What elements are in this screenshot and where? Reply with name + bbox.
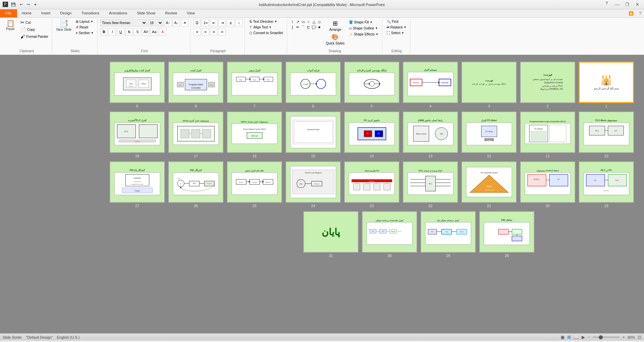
slide-sorter-view-btn[interactable]: ⊞ [567, 335, 571, 340]
justify-button[interactable]: ≡ [218, 28, 226, 35]
slide-item-31[interactable]: پایان 31 [303, 211, 359, 258]
cut-button[interactable]: ✂ Cut [19, 19, 50, 26]
slide-thumb-1[interactable]: 🕌 بسم الله الرحمن الرحیم [579, 62, 634, 103]
slide-thumb-13[interactable]: رابط انسان ماشین (HMI) Mimic Panel HMI [403, 111, 458, 153]
quick-undo[interactable]: ↩ [19, 2, 24, 7]
shape-callout[interactable]: 💬 [311, 24, 317, 30]
slide-item-13[interactable]: رابط انسان ماشین (HMI) Mimic Panel HMI 1… [403, 111, 458, 158]
shape-oval[interactable]: ○ [306, 19, 311, 24]
slide-item-18[interactable]: کنترل PLC گسترده PLC Field Bus 18 [110, 111, 165, 158]
slide-thumb-4[interactable]: سیستم کنترل Process Controller [403, 62, 458, 103]
zoom-out-btn[interactable]: − [588, 335, 590, 340]
shape-fill-button[interactable]: 🪣 Shape Fill ▼ [347, 20, 380, 25]
find-button[interactable]: 🔍 Find [385, 19, 400, 24]
tab-insert[interactable]: Insert [37, 9, 56, 17]
slide-item-7[interactable]: کنترل ترتیبی Step1 St [227, 62, 282, 108]
slide-item-30[interactable]: کنترل Cascade دو شاخه متوالی PID PID Pr [362, 211, 417, 258]
slide-thumb-15[interactable]: Industrial Panel [285, 111, 341, 153]
increase-font-button[interactable]: A↑ [164, 19, 172, 26]
normal-view-btn[interactable]: ▣ [561, 335, 565, 340]
quick-styles-button[interactable]: 🎨 Quick Styles [325, 33, 346, 46]
slide-thumb-16[interactable]: سیستمهای کنترل مشترک (DDC) Direct Digita… [227, 111, 282, 153]
tab-home[interactable]: Home [17, 9, 37, 17]
change-case-button[interactable]: Aa [150, 28, 158, 35]
slide-item-2[interactable]: فهرست مقدمه ای بر اتوماسیون صنعتی Sequen… [520, 62, 575, 108]
slide-item-20[interactable]: PC/PLC-Base سیستمهای PC/PLC I/O 2 [520, 161, 575, 208]
slide-thumb-22[interactable]: انواع ورودی و خروجی (I/O) PLC [403, 161, 458, 203]
slide-thumb-10[interactable]: سیستمهای PLC-Base PLC I/O [579, 111, 634, 153]
reset-button[interactable]: ↺ Reset [74, 25, 95, 30]
slide-item-22[interactable]: انواع ورودی و خروجی (I/O) PLC [403, 161, 458, 208]
layout-button[interactable]: ⊞ Layout ▼ [74, 19, 95, 24]
help-icon[interactable]: ? [605, 1, 608, 8]
slide-item-5[interactable]: جایگاه مهندسی کنترل و کارخانه [344, 62, 399, 108]
tab-transitions[interactable]: Transitions [77, 9, 104, 17]
font-color-button[interactable]: A [159, 28, 166, 35]
slide-thumb-24[interactable]: Control Loop Diagram PID Process [285, 161, 341, 203]
reading-view-btn[interactable]: 📖 [574, 335, 579, 340]
shape-arrow[interactable]: ↗ [295, 19, 301, 24]
quick-access-menu[interactable]: ▼ [33, 3, 38, 7]
slide-thumb-5[interactable]: جایگاه مهندسی کنترل و کارخانه [344, 62, 399, 103]
zoom-in-btn[interactable]: + [622, 335, 625, 340]
slide-item-26[interactable]: کنترلگر PID Σ PID Process [168, 161, 223, 208]
columns-button[interactable]: ⫼ [227, 19, 234, 26]
tab-view[interactable]: View [182, 9, 200, 17]
copy-button[interactable]: 📄 Copy [19, 26, 50, 33]
quick-save[interactable]: 💾 [10, 2, 17, 7]
format-painter-button[interactable]: 🖌 Format Painter [19, 33, 50, 40]
slide-thumb-11[interactable]: Programmable Logic Controller (PLC) PLC … [520, 111, 575, 153]
tab-file[interactable]: File [0, 9, 17, 17]
tab-animations[interactable]: Animations [104, 9, 132, 17]
slide-thumb-27[interactable]: کنترلگر PID (1) Feedback Proportional In… [110, 161, 165, 203]
slide-thumb-18[interactable]: کنترل PLC گسترده PLC Field Bus [110, 111, 165, 153]
slide-thumb-25[interactable]: حلقه های کنترل صنعور Sensor Controller A… [227, 161, 282, 203]
slide-item-10[interactable]: سیستمهای PLC-Base PLC I/O 10 [579, 111, 634, 158]
italic-button[interactable]: I [109, 28, 116, 35]
align-center-button[interactable]: ≡ [202, 28, 209, 35]
slide-thumb-7[interactable]: کنترل ترتیبی Step1 St [227, 62, 282, 103]
ribbon-minimize-icon[interactable]: 🔼 [626, 9, 636, 17]
decrease-font-button[interactable]: A↓ [173, 19, 180, 26]
shape-arc[interactable]: ⌒ [301, 24, 306, 30]
slide-sorter[interactable]: 🕌 بسم الله الرحمن الرحیم 1 فهرست مقدمه ا… [0, 55, 644, 333]
slide-item-1[interactable]: 🕌 بسم الله الرحمن الرحیم 1 [579, 62, 634, 108]
slide-item-23[interactable]: I/O هاوروی شبکه Field Bus [344, 161, 399, 208]
slide-thumb-19[interactable]: PC بر PLC PC PLC Data Bus [579, 161, 634, 203]
slide-thumb-14[interactable]: مانیتور کردن PC PV SP [344, 111, 399, 153]
slide-item-4[interactable]: سیستم کنترل Process Controller [403, 62, 458, 108]
paste-button[interactable]: 📋 Paste [3, 19, 17, 31]
shape-line[interactable]: \ [290, 19, 295, 24]
align-right-button[interactable]: ≡ [210, 28, 217, 35]
bold-button[interactable]: B [100, 28, 108, 35]
arrange-button[interactable]: ⊞ Arrange [325, 19, 346, 32]
slideshow-view-btn[interactable]: ▶ [582, 335, 585, 340]
slide-thumb-17[interactable]: سیستمهای کنترل گستره (DCS) [168, 111, 223, 153]
shape-rect[interactable]: ▭ [301, 19, 306, 24]
slide-thumb-2[interactable]: فهرست مقدمه ای بر اتوماسیون صنعتی Sequen… [520, 62, 575, 103]
shadow-button[interactable]: S [134, 28, 141, 35]
slide-thumb-20[interactable]: PC/PLC-Base سیستمهای PC/PLC I/O [520, 161, 575, 203]
convert-smartart-button[interactable]: ⬡ Convert to SmartArt [248, 30, 284, 35]
section-button[interactable]: ≡ Section ▼ [74, 30, 95, 35]
shape-diamond[interactable]: ◇ [317, 19, 322, 24]
slide-item-11[interactable]: Programmable Logic Controller (PLC) PLC … [520, 111, 575, 158]
slide-thumb-31[interactable]: پایان [303, 211, 359, 253]
char-spacing-button[interactable]: AV [142, 28, 149, 35]
increase-indent-button[interactable]: ⇥ [218, 19, 226, 26]
slide-item-25[interactable]: حلقه های کنترل صنعور Sensor Controller A… [227, 161, 282, 208]
select-button[interactable]: ⛶ Select ▼ [385, 30, 406, 35]
close-button[interactable]: ✕ [633, 1, 641, 8]
slide-item-6[interactable]: فرایند آسیاب آسیاب 6 [285, 62, 341, 108]
slide-thumb-3[interactable]: فهرست جایگاه مهندسی کنترل در طراحی کارخا… [461, 62, 517, 103]
slide-item-16[interactable]: سیستمهای کنترل مشترک (DDC) Direct Digita… [227, 111, 282, 158]
slide-item-3[interactable]: فهرست جایگاه مهندسی کنترل در طراحی کارخا… [461, 62, 517, 108]
slide-item-9[interactable]: کنترل کننده میکروالکترونی Input Selectio… [110, 62, 165, 108]
slide-item-14[interactable]: مانیتور کردن PC PV SP 14 [344, 111, 399, 158]
shape-connector[interactable]: ⊏ [306, 24, 311, 30]
slide-thumb-12[interactable]: PC-Base کنترل PC Base I/O Bus [461, 111, 517, 153]
slide-thumb-23[interactable]: I/O هاوروی شبکه Field Bus [344, 161, 399, 203]
slide-item-21[interactable]: The Integrated System CEMAT control syst… [461, 161, 517, 208]
align-left-button[interactable]: ≡ [193, 28, 201, 35]
new-slide-button[interactable]: 📑 New Slide [55, 19, 73, 32]
